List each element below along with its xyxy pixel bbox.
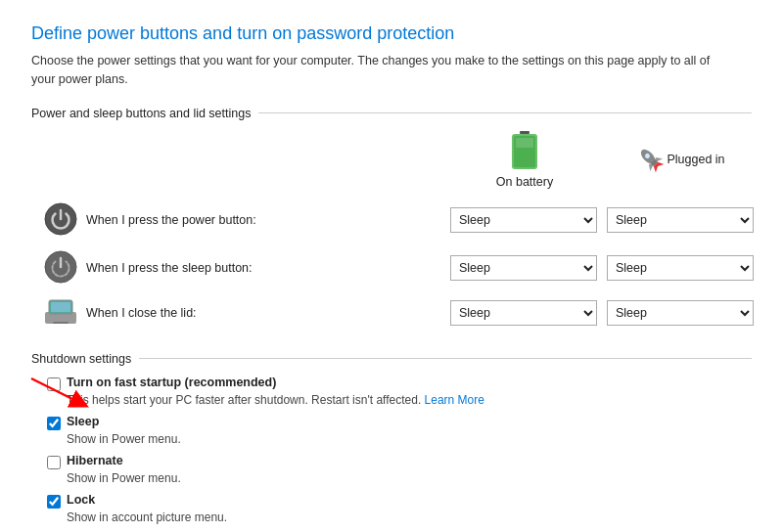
battery-label: On battery [496, 175, 553, 189]
power-settings-table: On battery [39, 130, 760, 334]
plugged-col-header: Plugged in [603, 130, 760, 197]
plugged-select-sleep-button[interactable]: Do nothingSleepHibernateShut downTurn of… [607, 255, 754, 281]
sleep-button-icon [44, 250, 77, 284]
plugged-dropdown-cell-power-button: Do nothingSleepHibernateShut downTurn of… [603, 197, 760, 244]
battery-select-sleep-button[interactable]: Do nothingSleepHibernateShut downTurn of… [450, 255, 597, 281]
shutdown-item-sleep: SleepShow in Power menu. [47, 415, 752, 446]
battery-dropdown-cell-lid: Do nothingSleepHibernateShut downTurn of… [446, 292, 603, 334]
checkbox-sub-fast-startup: This helps start your PC faster after sh… [67, 393, 752, 407]
power-button-icon [44, 202, 77, 236]
section-divider [258, 112, 752, 113]
checkbox-row-lock: Lock [47, 493, 752, 509]
checkbox-label-lock: Lock [67, 493, 95, 507]
power-sleep-label: Power and sleep buttons and lid settings [31, 107, 258, 120]
checkbox-label-sleep: Sleep [67, 415, 99, 428]
row-label-power-button: When I press the power button: [82, 197, 446, 244]
checkbox-hibernate[interactable] [47, 456, 61, 469]
checkbox-sub-sleep: Show in Power menu. [67, 432, 752, 446]
shutdown-item-fast-startup: Turn on fast startup (recommended)This h… [47, 376, 752, 407]
svg-rect-0 [520, 131, 530, 134]
battery-icon [509, 130, 540, 173]
shutdown-section: Shutdown settings Turn on fast startup (… [31, 352, 752, 524]
battery-dropdown-cell-power-button: Do nothingSleepHibernateShut downTurn of… [446, 197, 603, 244]
plugged-label: Plugged in [667, 153, 724, 166]
shutdown-label: Shutdown settings [31, 352, 139, 366]
checkbox-label-hibernate: Hibernate [67, 454, 123, 467]
plugged-dropdown-cell-sleep-button: Do nothingSleepHibernateShut downTurn of… [603, 244, 760, 292]
table-row: When I close the lid:Do nothingSleepHibe… [39, 292, 760, 334]
plugged-select-lid[interactable]: Do nothingSleepHibernateShut downTurn of… [607, 300, 754, 326]
checkbox-lock[interactable] [47, 495, 61, 509]
shutdown-item-hibernate: HibernateShow in Power menu. [47, 454, 752, 485]
table-row: When I press the sleep button:Do nothing… [39, 244, 760, 292]
power-row-icon [39, 197, 82, 244]
arrow-annotation [22, 374, 100, 416]
svg-line-16 [31, 378, 80, 403]
checkbox-sub-lock: Show in account picture menu. [67, 510, 752, 524]
svg-rect-3 [516, 138, 533, 148]
page-title: Define power buttons and turn on passwor… [31, 23, 752, 44]
shutdown-item-lock: LockShow in account picture menu. [47, 493, 752, 524]
checkbox-row-sleep: Sleep [47, 415, 752, 430]
sleep-row-icon [39, 244, 82, 292]
checkbox-row-fast-startup: Turn on fast startup (recommended) [47, 376, 752, 391]
icon-col-header [39, 130, 82, 197]
rocket-icon [637, 146, 665, 173]
checkbox-row-hibernate: Hibernate [47, 454, 752, 469]
checkbox-sub-hibernate: Show in Power menu. [67, 471, 752, 485]
page-description: Choose the power settings that you want … [31, 52, 716, 89]
plugged-select-power-button[interactable]: Do nothingSleepHibernateShut downTurn of… [607, 207, 754, 233]
shutdown-items-container: Turn on fast startup (recommended)This h… [47, 376, 752, 524]
row-label-lid: When I close the lid: [82, 292, 446, 334]
battery-select-lid[interactable]: Do nothingSleepHibernateShut downTurn of… [450, 300, 597, 326]
table-row: When I press the power button:Do nothing… [39, 197, 760, 244]
row-label-header [82, 130, 446, 197]
checkbox-sleep[interactable] [47, 417, 61, 430]
battery-col-header: On battery [446, 130, 603, 197]
lid-row-icon [39, 292, 82, 334]
shutdown-divider [139, 358, 752, 359]
battery-dropdown-cell-sleep-button: Do nothingSleepHibernateShut downTurn of… [446, 244, 603, 292]
svg-rect-15 [53, 322, 69, 324]
row-label-sleep-button: When I press the sleep button: [82, 244, 446, 292]
plugged-dropdown-cell-lid: Do nothingSleepHibernateShut downTurn of… [603, 292, 760, 334]
power-sleep-section-header: Power and sleep buttons and lid settings [31, 107, 752, 120]
lid-icon [43, 298, 78, 326]
shutdown-section-header: Shutdown settings [31, 352, 752, 366]
svg-rect-14 [51, 302, 70, 312]
battery-select-power-button[interactable]: Do nothingSleepHibernateShut downTurn of… [450, 207, 597, 233]
learn-more-link[interactable]: Learn More [425, 393, 484, 407]
